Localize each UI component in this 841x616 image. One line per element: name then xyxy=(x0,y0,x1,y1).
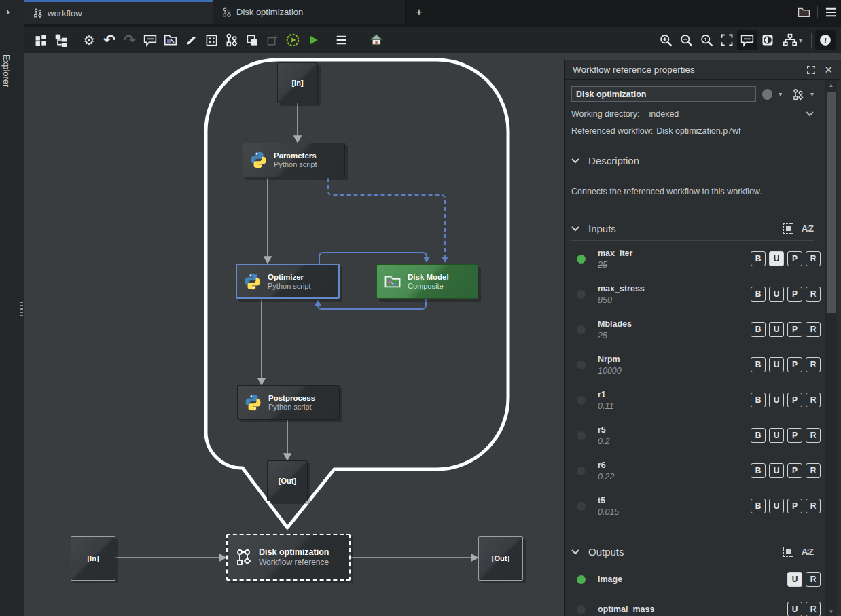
outputs-section-header[interactable]: Outputs A ▴▾ Z xyxy=(571,546,814,564)
toggle-u-button[interactable]: U xyxy=(787,572,802,587)
toggle-b-button[interactable]: B xyxy=(751,499,766,513)
node-postprocess[interactable]: Postprocess Python script xyxy=(237,385,340,420)
toggle-b-button[interactable]: B xyxy=(751,287,766,302)
pencil-icon[interactable] xyxy=(181,30,201,50)
expand-explorer-button[interactable]: › xyxy=(6,5,10,17)
toggle-u-button[interactable]: U xyxy=(769,357,784,372)
toggle-u-button[interactable]: U xyxy=(769,463,784,478)
block-name-input[interactable] xyxy=(571,86,756,102)
toggle-p-button[interactable]: P xyxy=(787,463,802,478)
port-node-out[interactable]: [Out] xyxy=(267,460,308,501)
toggle-u-button[interactable]: U xyxy=(769,428,784,443)
toggle-r-button[interactable]: R xyxy=(806,357,821,372)
layout-tree-icon[interactable]: ▾ xyxy=(778,30,808,50)
chevron-down-icon[interactable]: ▾ xyxy=(810,90,814,98)
inputs-section-header[interactable]: Inputs A ▴▾ Z xyxy=(571,223,814,241)
port-node-in-bottom[interactable]: [In] xyxy=(71,536,115,581)
sidebar-resize-grip[interactable] xyxy=(20,302,23,319)
node-optimizer[interactable]: Optimizer Python script xyxy=(236,264,340,299)
theme-toggle-icon[interactable] xyxy=(757,30,778,50)
toggle-p-button[interactable]: P xyxy=(787,357,802,372)
io-row[interactable]: max_iter 25 BUPR xyxy=(565,241,821,276)
folder-icon[interactable] xyxy=(798,7,810,18)
run-icon[interactable] xyxy=(303,30,323,50)
toggle-p-button[interactable]: P xyxy=(787,287,802,302)
redo-icon[interactable]: ↷ xyxy=(120,30,140,50)
io-row[interactable]: r6 0.22 BUPR xyxy=(565,453,821,488)
menu-icon[interactable] xyxy=(331,30,351,50)
zoom-actual-icon[interactable]: 1 xyxy=(696,30,717,50)
close-icon[interactable]: ✕ xyxy=(824,64,833,76)
tree-structure-icon[interactable] xyxy=(51,30,71,50)
explorer-label[interactable]: Explorer xyxy=(1,54,12,87)
zoom-out-icon[interactable] xyxy=(676,30,696,50)
node-parameters[interactable]: Parameters Python script xyxy=(243,143,345,177)
scroll-up-button[interactable]: ▲ xyxy=(825,80,837,90)
add-frame-icon[interactable] xyxy=(262,30,283,50)
sort-az-icon[interactable]: A ▴▾ Z xyxy=(802,223,814,234)
undo-icon[interactable]: ↶ xyxy=(99,30,120,50)
toggle-p-button[interactable]: P xyxy=(787,428,802,443)
expand-panel-icon[interactable] xyxy=(806,65,816,75)
toggle-u-button[interactable]: U xyxy=(769,251,784,266)
toggle-r-button[interactable]: R xyxy=(806,322,821,337)
toggle-b-button[interactable]: B xyxy=(751,463,766,478)
comments-toggle-icon[interactable] xyxy=(737,30,757,50)
chevron-down-icon[interactable]: ▾ xyxy=(779,90,782,98)
workflow-icon[interactable] xyxy=(792,88,804,101)
io-row[interactable]: r1 0.11 BUPR xyxy=(565,382,821,418)
menu-icon[interactable] xyxy=(825,7,837,17)
port-node-in[interactable]: [In] xyxy=(277,62,318,103)
folder-edit-icon[interactable] xyxy=(160,30,181,50)
run-settings-icon[interactable] xyxy=(283,30,303,50)
toggle-r-button[interactable]: R xyxy=(806,428,821,443)
scrollbar-thumb[interactable] xyxy=(827,92,836,313)
tab-workflow[interactable]: workflow xyxy=(24,0,213,24)
grid-icon[interactable] xyxy=(201,30,221,50)
working-directory-row[interactable]: Working directory: indexed xyxy=(571,108,814,120)
description-section-header[interactable]: Description xyxy=(571,155,814,173)
io-row[interactable]: r5 0.2 BUPR xyxy=(565,418,821,453)
node-workflow-reference[interactable]: Disk optimization Workflow reference xyxy=(226,534,351,581)
io-row[interactable]: t5 0.015 BUPR xyxy=(565,488,821,524)
toggle-u-button[interactable]: U xyxy=(769,287,784,302)
toggle-p-button[interactable]: P xyxy=(787,499,802,513)
io-row[interactable]: Mblades 25 BUPR xyxy=(565,312,821,347)
color-swatch[interactable] xyxy=(762,89,773,100)
panel-scrollbar[interactable]: ▲ ▼ xyxy=(825,80,837,616)
toggle-u-button[interactable]: U xyxy=(769,393,784,407)
toggle-b-button[interactable]: B xyxy=(751,357,766,372)
port-node-out-bottom[interactable]: [Out] xyxy=(478,536,523,581)
add-block-icon[interactable] xyxy=(31,30,51,50)
info-icon[interactable]: i xyxy=(815,30,836,50)
zoom-in-icon[interactable] xyxy=(656,30,676,50)
select-all-icon[interactable] xyxy=(783,547,793,557)
toggle-b-button[interactable]: B xyxy=(751,428,766,443)
toggle-b-button[interactable]: B xyxy=(751,322,766,337)
toggle-r-button[interactable]: R xyxy=(806,572,821,587)
io-row[interactable]: optimal_mass UR xyxy=(565,594,821,616)
toggle-u-button[interactable]: U xyxy=(769,322,784,337)
settings-gear-icon[interactable]: ⚙ xyxy=(79,30,99,50)
scroll-down-button[interactable]: ▼ xyxy=(825,606,837,616)
node-disk-model[interactable]: Disk Model Composite xyxy=(376,264,478,299)
comment-icon[interactable] xyxy=(140,30,160,50)
zoom-fit-icon[interactable] xyxy=(717,30,737,50)
io-row[interactable]: Nrpm 10000 BUPR xyxy=(565,347,821,382)
select-all-icon[interactable] xyxy=(783,223,793,234)
new-tab-button[interactable]: + xyxy=(410,3,428,21)
toggle-r-button[interactable]: R xyxy=(806,602,821,616)
home-icon[interactable] xyxy=(366,30,387,50)
toggle-r-button[interactable]: R xyxy=(806,287,821,302)
toggle-p-button[interactable]: P xyxy=(787,393,802,407)
workflow-icon[interactable] xyxy=(221,30,242,50)
toggle-b-button[interactable]: B xyxy=(751,393,766,407)
toggle-p-button[interactable]: P xyxy=(787,322,802,337)
toggle-u-button[interactable]: U xyxy=(769,499,784,513)
io-row[interactable]: max_stress 850 BUPR xyxy=(565,276,821,312)
toggle-u-button[interactable]: U xyxy=(787,602,802,616)
toggle-r-button[interactable]: R xyxy=(806,393,821,407)
chevron-down-icon[interactable] xyxy=(806,111,814,117)
toggle-b-button[interactable]: B xyxy=(751,251,766,266)
tab-disk-optimization[interactable]: Disk optimization xyxy=(213,0,406,24)
